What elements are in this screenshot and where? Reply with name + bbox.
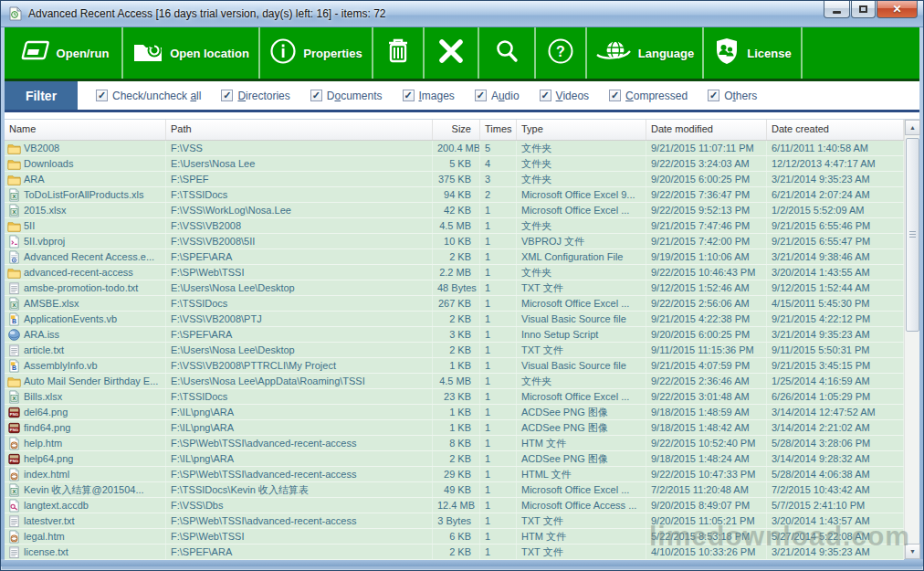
vertical-scrollbar[interactable]: ▲ ▼ xyxy=(904,120,919,559)
column-header-date-modified[interactable]: Date modified xyxy=(646,120,767,140)
file-size-cell: 10 KB xyxy=(433,234,480,248)
open-location-button[interactable]: Open location xyxy=(123,27,260,79)
table-row[interactable]: PNGhelp64.pngF:\IL\png\ARA2 KB1ACDSee PN… xyxy=(5,451,904,467)
filter-tab[interactable]: Filter xyxy=(5,81,78,110)
table-row[interactable]: X2015.xlsxF:\VSS\WorkLog\Nosa.Lee42 KB1M… xyxy=(5,203,904,218)
column-header-times[interactable]: Times xyxy=(480,120,517,140)
filter-checkbox-label: Documents xyxy=(327,90,383,102)
search-button[interactable] xyxy=(479,27,536,79)
file-modified-cell: 4/10/2015 10:33:26 PM xyxy=(646,545,767,559)
file-type-cell: TXT 文件 xyxy=(517,343,646,357)
svg-text:X: X xyxy=(12,193,16,199)
table-row[interactable]: XKevin 收入结算@201504...F:\TSSIDocs\Kevin 收… xyxy=(5,482,904,498)
filter-checkbox-videos[interactable]: ✓Videos xyxy=(540,90,589,102)
table-row[interactable]: ARAF:\SPEF375 KB3文件夹9/20/2015 6:00:25 PM… xyxy=(5,172,904,187)
filter-checkbox-others[interactable]: ✓Others xyxy=(708,90,757,102)
filter-checkbox-label: Images xyxy=(419,90,455,102)
scroll-down-button[interactable]: ▼ xyxy=(905,544,920,559)
accdb-icon xyxy=(7,499,21,513)
vb-icon: B xyxy=(7,359,21,373)
file-type-cell: ACDSee PNG 图像 xyxy=(517,420,646,435)
file-name-cell: PNGdel64.png xyxy=(5,405,166,419)
filter-checkbox-check-uncheck-all[interactable]: ✓Check/uncheck all xyxy=(96,90,201,102)
filter-checkbox-compressed[interactable]: ✓Compressed xyxy=(609,90,688,102)
table-row[interactable]: PNGfind64.pngF:\IL\png\ARA1 KB1ACDSee PN… xyxy=(5,420,904,436)
htm-icon xyxy=(7,468,21,481)
license-button[interactable]: License xyxy=(704,27,803,79)
svg-text:X: X xyxy=(12,208,16,215)
table-row[interactable]: XToDoListForAllProducts.xlsF:\TSSIDocs94… xyxy=(5,187,904,203)
filter-checkbox-label: Videos xyxy=(556,90,589,102)
table-row[interactable]: ARA.issF:\SPEF\ARA3 KB1Inno Setup Script… xyxy=(5,327,904,343)
table-row[interactable]: license.txtF:\SPEF\ARA2 KB1TXT 文件4/10/20… xyxy=(5,545,904,560)
file-times-cell: 1 xyxy=(480,249,517,264)
table-row[interactable]: Advanced Recent Access.e...F:\SPEF\ARA2 … xyxy=(5,249,904,265)
table-row[interactable]: article.txtE:\Users\Nosa Lee\Desktop2 KB… xyxy=(5,343,904,358)
column-header-size[interactable]: Size xyxy=(433,120,480,140)
file-name: latestver.txt xyxy=(24,513,75,528)
table-row[interactable]: PNGdel64.pngF:\IL\png\ARA1 KB1ACDSee PNG… xyxy=(5,405,904,420)
help-button[interactable]: ? xyxy=(536,27,587,79)
scroll-up-button[interactable]: ▲ xyxy=(905,120,920,135)
table-row[interactable]: langtext.accdbF:\VSS\Dbs12.4 MB1Microsof… xyxy=(5,498,904,513)
table-row[interactable]: index.htmlF:\SP\Web\TSSI\advanced-recent… xyxy=(5,467,904,482)
file-path-cell: F:\SP\Web\TSSI\advanced-recent-access xyxy=(166,436,433,450)
checkbox-icon: ✓ xyxy=(540,90,551,101)
properties-button[interactable]: Properties xyxy=(260,27,373,79)
txt-icon xyxy=(7,545,21,559)
table-row[interactable]: amsbe-promotion-todo.txtE:\Users\Nosa Le… xyxy=(5,280,904,296)
file-name: ARA.iss xyxy=(24,327,59,342)
file-type-cell: XML Configuration File xyxy=(517,249,646,264)
folder-icon xyxy=(7,375,21,388)
file-name-cell: license.txt xyxy=(5,545,166,559)
table-row[interactable]: help.htmF:\SP\Web\TSSI\advanced-recent-a… xyxy=(5,436,904,451)
clear-button[interactable] xyxy=(425,27,479,79)
table-row[interactable]: BApplicationEvents.vbF:\VSS\VB2008\PTJ2 … xyxy=(5,312,904,327)
table-row[interactable]: XBills.xlsxF:\TSSIDocs23 KB1Microsoft Of… xyxy=(5,389,904,405)
filter-checkbox-documents[interactable]: ✓Documents xyxy=(310,90,383,102)
table-row[interactable]: 5IIF:\VSS\VB20084.5 MB1文件夹9/21/2015 7:47… xyxy=(5,218,904,234)
png-icon: PNG xyxy=(7,421,21,435)
table-row[interactable]: XAMSBE.xlsxF:\TSSIDocs267 KB1Microsoft O… xyxy=(5,296,904,312)
file-modified-cell: 9/22/2015 10:47:33 PM xyxy=(646,467,767,481)
table-row[interactable]: DownloadsE:\Users\Nosa Lee5 KB4文件夹9/22/2… xyxy=(5,156,904,172)
folder-icon xyxy=(7,157,21,171)
file-type-cell: Microsoft Office Excel ... xyxy=(517,296,646,311)
filter-checkbox-directories[interactable]: ✓Directories xyxy=(221,90,289,102)
filter-checkbox-label: Compressed xyxy=(625,90,688,102)
file-path-cell: F:\SPEF\ARA xyxy=(166,327,433,342)
vb-icon: B xyxy=(7,312,21,326)
table-row[interactable]: latestver.txtF:\SP\Web\TSSI\advanced-rec… xyxy=(5,513,904,529)
file-times-cell: 1 xyxy=(480,280,517,295)
table-row[interactable]: VB2008F:\VSS200.4 MB5文件夹9/21/2015 11:07:… xyxy=(5,141,904,156)
column-header-path[interactable]: Path xyxy=(166,120,433,140)
scroll-thumb[interactable] xyxy=(906,138,919,332)
column-header-date-created[interactable]: Date created xyxy=(767,120,904,140)
delete-button[interactable] xyxy=(373,27,425,79)
table-row[interactable]: 5II.vbprojF:\VSS\VB2008\5II10 KB1VBPROJ … xyxy=(5,234,904,249)
column-header-type[interactable]: Type xyxy=(517,120,646,140)
language-button[interactable]: Language xyxy=(587,27,704,79)
clear-icon xyxy=(437,37,465,69)
file-path-cell: E:\Users\Nosa Lee\AppData\Roaming\TSSI xyxy=(166,374,433,388)
file-name: ARA xyxy=(24,172,45,186)
open-run-button[interactable]: Open/run xyxy=(5,27,123,79)
filter-checkbox-images[interactable]: ✓Images xyxy=(403,90,455,102)
file-type-cell: 文件夹 xyxy=(517,172,646,186)
table-row[interactable]: Auto Mail Sender Birthday E...E:\Users\N… xyxy=(5,374,904,389)
table-row[interactable]: advanced-recent-accessF:\SP\Web\TSSI2.2 … xyxy=(5,265,904,280)
file-type-cell: Inno Setup Script xyxy=(517,327,646,342)
minimize-button[interactable] xyxy=(824,1,850,18)
maximize-button[interactable] xyxy=(851,1,876,18)
file-path-cell: F:\VSS\VB2008\5II xyxy=(166,234,433,248)
file-modified-cell: 9/21/2015 4:22:38 PM xyxy=(646,312,767,326)
file-times-cell: 1 xyxy=(480,451,517,466)
file-modified-cell: 9/22/2015 9:52:13 PM xyxy=(646,203,767,217)
table-row[interactable]: legal.htmF:\SP\Web\TSSI6 KB1HTM 文件5/22/2… xyxy=(5,529,904,545)
filter-checkbox-audio[interactable]: ✓Audio xyxy=(475,90,520,102)
file-name: 5II xyxy=(24,218,35,233)
column-header-name[interactable]: Name xyxy=(5,120,166,140)
table-row[interactable]: BAssemblyInfo.vbF:\VSS\VB2008\PTTRCLI\My… xyxy=(5,358,904,374)
file-name-cell: ARA.iss xyxy=(5,327,166,342)
close-button[interactable]: ✕ xyxy=(877,1,918,18)
